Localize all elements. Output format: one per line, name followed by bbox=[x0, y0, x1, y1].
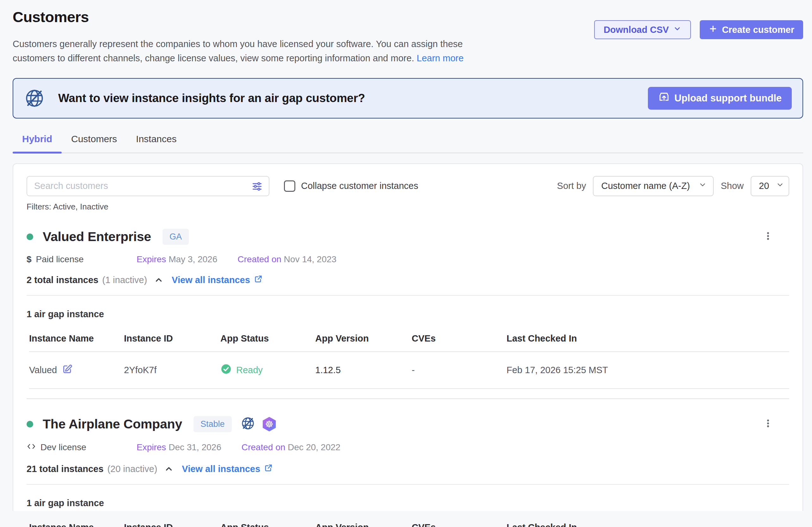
customer-name[interactable]: The Airplane Company bbox=[43, 417, 182, 432]
customer-meta: Dev license Expires Dec 31, 2026 Created… bbox=[27, 442, 789, 453]
table-body: Valued 2YfoK7f bbox=[29, 352, 789, 389]
kubernetes-icon: ☸ bbox=[262, 417, 277, 431]
app-status: Ready bbox=[236, 365, 263, 375]
download-csv-label: Download CSV bbox=[604, 25, 669, 35]
tab-hybrid[interactable]: Hybrid bbox=[13, 134, 62, 153]
search-wrap bbox=[27, 176, 270, 196]
active-status-dot bbox=[27, 421, 33, 427]
page-title: Customers bbox=[13, 8, 468, 26]
view-all-instances-label: View all instances bbox=[172, 275, 250, 285]
customer-card-valued-enterprise: Valued Enterprise GA $ Paid license Expi… bbox=[27, 229, 789, 389]
collapse-instances-label: Collapse customer instances bbox=[301, 181, 418, 191]
code-icon bbox=[27, 442, 36, 453]
expires-label: Expires bbox=[136, 254, 166, 264]
col-app-version: App Version bbox=[315, 516, 412, 527]
license-type-label: Paid license bbox=[36, 254, 84, 265]
sort-select[interactable]: Customer name (A-Z) bbox=[593, 176, 714, 196]
created-on-value: Nov 14, 2023 bbox=[284, 254, 337, 264]
col-app-version: App Version bbox=[315, 328, 412, 351]
created-on-value: Dec 20, 2022 bbox=[288, 442, 340, 452]
view-all-instances-label: View all instances bbox=[182, 464, 260, 474]
kebab-menu-icon[interactable] bbox=[761, 416, 775, 432]
expires-pair: Expires Dec 31, 2026 bbox=[136, 442, 221, 452]
create-customer-button[interactable]: Create customer bbox=[700, 20, 803, 39]
customer-meta: $ Paid license Expires May 3, 2026 Creat… bbox=[27, 254, 789, 265]
upload-support-bundle-button[interactable]: Upload support bundle bbox=[648, 87, 792, 110]
check-circle-icon bbox=[220, 363, 232, 377]
customers-card: Collapse customer instances Sort by Cust… bbox=[13, 163, 803, 511]
airgap-banner-title: Want to view instance insights for an ai… bbox=[58, 92, 365, 105]
expires-value: Dec 31, 2026 bbox=[169, 442, 221, 452]
chevron-up-icon[interactable] bbox=[164, 464, 174, 473]
channel-badge: Stable bbox=[193, 416, 232, 432]
license-type-label: Dev license bbox=[41, 442, 86, 452]
header-actions: Download CSV Create customer bbox=[594, 20, 803, 39]
kebab-menu-icon[interactable] bbox=[761, 229, 775, 244]
customer-capability-icons: ☸ bbox=[241, 416, 277, 432]
instance-id: 2YfoK7f bbox=[124, 353, 220, 387]
tab-instances[interactable]: Instances bbox=[127, 134, 186, 153]
learn-more-link[interactable]: Learn more bbox=[417, 53, 464, 63]
search-input[interactable] bbox=[27, 176, 270, 196]
active-filters-text: Filters: Active, Inactive bbox=[27, 202, 789, 212]
col-instance-id: Instance ID bbox=[124, 516, 220, 527]
airgap-instances-table: Instance Name Instance ID App Status App… bbox=[27, 328, 789, 389]
collapse-instances-checkbox[interactable] bbox=[284, 180, 295, 192]
view-tabs: Hybrid Customers Instances bbox=[13, 134, 803, 153]
expires-pair: Expires May 3, 2026 bbox=[136, 254, 217, 265]
upload-bundle-icon bbox=[658, 91, 670, 106]
chevron-down-icon bbox=[673, 25, 681, 35]
chevron-up-icon[interactable] bbox=[154, 275, 163, 285]
instances-summary-row: 2 total instances (1 inactive) View all … bbox=[27, 274, 789, 286]
table-row: Valued 2YfoK7f bbox=[29, 352, 789, 389]
external-link-icon bbox=[264, 464, 273, 475]
view-all-instances-link[interactable]: View all instances bbox=[182, 464, 273, 475]
upload-support-bundle-label: Upload support bundle bbox=[675, 93, 782, 104]
active-status-dot bbox=[27, 234, 33, 240]
customer-name[interactable]: Valued Enterprise bbox=[43, 229, 151, 244]
table-header-row: Instance Name Instance ID App Status App… bbox=[29, 516, 789, 527]
external-link-icon bbox=[254, 274, 263, 286]
sort-select-value: Customer name (A-Z) bbox=[601, 181, 690, 191]
app-version: 1.12.5 bbox=[315, 353, 412, 387]
instance-name: Valued bbox=[29, 365, 57, 375]
tab-customers[interactable]: Customers bbox=[62, 134, 127, 153]
page-header: Customers Customers generally represent … bbox=[13, 8, 803, 65]
divider bbox=[27, 484, 789, 485]
app-status-cell: Ready bbox=[220, 352, 315, 388]
instances-inactive: (1 inactive) bbox=[102, 275, 147, 285]
view-all-instances-link[interactable]: View all instances bbox=[172, 274, 263, 286]
instances-total: 2 total instances bbox=[27, 275, 98, 285]
col-instance-name: Instance Name bbox=[29, 516, 124, 527]
create-customer-label: Create customer bbox=[722, 25, 794, 35]
col-last-checked-in: Last Checked In bbox=[507, 516, 789, 527]
created-on-label: Created on bbox=[242, 442, 286, 452]
customer-card-airplane-company: The Airplane Company Stable ☸ bbox=[27, 416, 789, 527]
col-instance-name: Instance Name bbox=[29, 328, 124, 351]
col-app-status: App Status bbox=[220, 328, 315, 351]
toolbar-right: Sort by Customer name (A-Z) Show 20 bbox=[557, 176, 789, 196]
chevron-down-icon bbox=[776, 181, 784, 191]
edit-icon[interactable] bbox=[62, 364, 73, 377]
customer-header: The Airplane Company Stable ☸ bbox=[27, 416, 789, 432]
expires-value: May 3, 2026 bbox=[169, 254, 217, 264]
filter-sliders-icon[interactable] bbox=[251, 180, 263, 194]
table-header-row: Instance Name Instance ID App Status App… bbox=[29, 328, 789, 352]
license-type: Dev license bbox=[27, 442, 136, 453]
airgap-banner: Want to view instance insights for an ai… bbox=[13, 78, 803, 119]
show-select-value: 20 bbox=[759, 181, 769, 191]
col-cves: CVEs bbox=[412, 328, 507, 351]
customers-page: Customers Customers generally represent … bbox=[0, 0, 812, 511]
channel-badge: GA bbox=[162, 229, 189, 245]
airgap-globe-icon bbox=[24, 88, 45, 109]
download-csv-button[interactable]: Download CSV bbox=[594, 20, 691, 39]
cves-value: - bbox=[412, 353, 507, 387]
col-cves: CVEs bbox=[412, 516, 507, 527]
airgap-globe-icon bbox=[241, 416, 255, 432]
show-label: Show bbox=[721, 181, 744, 191]
customer-separator bbox=[27, 398, 789, 399]
instances-inactive: (20 inactive) bbox=[107, 464, 157, 474]
instances-total: 21 total instances bbox=[27, 464, 103, 474]
show-select[interactable]: 20 bbox=[751, 176, 789, 196]
airgap-instances-table: Instance Name Instance ID App Status App… bbox=[27, 516, 789, 527]
